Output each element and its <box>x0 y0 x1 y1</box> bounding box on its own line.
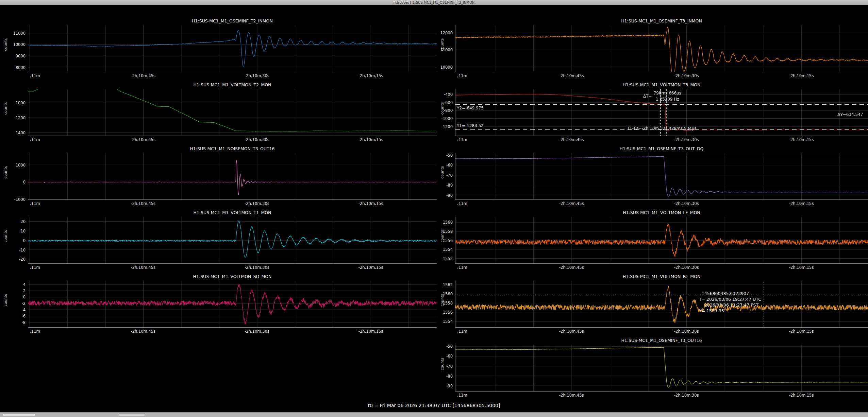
y-axis: counts 120001100010000 <box>437 25 455 72</box>
plot-canvas[interactable] <box>28 281 437 328</box>
x-tick-label: ,11m <box>30 201 40 206</box>
y-tick-labels: 110001000090008000 <box>0 25 28 72</box>
y-tick-label: 2 <box>23 289 26 293</box>
x-tick-label: -2h,10m,45s <box>559 265 584 270</box>
plot-column-right: H1:SUS-MC1_M1_OSEMINF_T3_INMON counts 12… <box>437 16 868 399</box>
plot-voltmon-t3-mon[interactable]: H1:SUS-MC1_M1_VOLTMON_T3_MON counts -400… <box>437 80 868 144</box>
y-tick-label: 1556 <box>443 310 453 315</box>
y-tick-label: -1400 <box>14 131 26 135</box>
y-axis: counts -50-60-70-80-90 <box>437 153 455 200</box>
y-axis: counts 15621560155815561554 <box>437 281 455 328</box>
plot-title: H1:SUS-MC1_M1_OSEMINF_T3_INMON <box>437 18 868 25</box>
y-tick-labels: 10000-1000 <box>0 153 28 200</box>
x-tick-label: ,11m <box>30 137 40 142</box>
trace-svg <box>28 217 437 263</box>
y-tick-label: -70 <box>446 173 453 178</box>
plot-noisemon-t3-out16[interactable]: H1:SUS-MC1_M1_NOISEMON_T3_OUT16 counts 1… <box>0 144 437 208</box>
x-tick-label: -2h,10m,30s <box>245 265 269 270</box>
y-tick-label: -800 <box>444 108 453 113</box>
trace-L4 <box>28 221 437 257</box>
window-titlebar[interactable]: ndscope: H1:SUS-MC1_M1_OSEMINF_T2_INMON <box>0 0 868 5</box>
plot-canvas[interactable] <box>28 153 437 200</box>
y-tick-label: 10 <box>20 229 26 233</box>
plot-oseminf-t3-inmon[interactable]: H1:SUS-MC1_M1_OSEMINF_T3_INMON counts 12… <box>437 16 868 80</box>
plot-voltmon-lf-mon[interactable]: H1:SUS-MC1_M1_VOLTMON_LF_MON counts 1560… <box>437 208 868 272</box>
x-tick-label: -2h,10m,15s <box>358 329 383 334</box>
x-tick-label: -2h,10m,15s <box>358 73 383 78</box>
plot-canvas[interactable]: 1456860485.6323907T= 2026/03/06 19:27:47… <box>455 281 868 328</box>
plot-title: H1:SUS-MC1_M1_VOLTMON_T3_MON <box>437 82 868 89</box>
x-axis: ,11m-2h,10m,45s-2h,10m,30s-2h,10m,15s <box>28 264 437 272</box>
y-tick-label: 20 <box>20 219 26 224</box>
y-tick-label: 1000 <box>16 163 26 168</box>
x-tick-label: -2h,10m,45s <box>559 137 584 142</box>
ndscope-window: ndscope: H1:SUS-MC1_M1_OSEMINF_T2_INMON … <box>0 0 868 417</box>
x-tick-label: -2h,10m,30s <box>674 73 699 78</box>
taskbar[interactable] <box>0 412 868 417</box>
trace-svg <box>28 281 437 327</box>
trace-R1 <box>455 27 868 72</box>
plot-oseminf-t2-inmon[interactable]: H1:SUS-MC1_M1_OSEMINF_T2_INMON counts 11… <box>0 16 437 80</box>
plot-canvas[interactable] <box>455 345 868 392</box>
y-tick-label: 1554 <box>443 319 453 324</box>
y-tick-label: -400 <box>444 92 453 97</box>
y-axis: counts 110001000090008000 <box>0 25 28 72</box>
x-axis: ,11m-2h,10m,45s-2h,10m,30s-2h,10m,15s <box>28 136 437 144</box>
y-tick-label: 10000 <box>440 65 453 70</box>
y-axis: counts 20100-10-20 <box>0 217 28 264</box>
plot-voltmon-t1-mon[interactable]: H1:SUS-MC1_M1_VOLTMON_T1_MON counts 2010… <box>0 208 437 272</box>
plot-canvas[interactable]: Y2=-649.975Y1=-1284.52ΔT=798ms,666µs1.25… <box>455 89 868 136</box>
x-tick-label: -2h,10m,30s <box>674 329 699 334</box>
trace-R2 <box>455 94 868 131</box>
x-tick-label: -2h,10m,15s <box>789 393 814 398</box>
plot-canvas[interactable] <box>28 25 437 72</box>
plot-voltmon-t2-mon[interactable]: H1:SUS-MC1_M1_VOLTMON_T2_MON counts -100… <box>0 80 437 144</box>
x-axis: ,11m-2h,10m,45s-2h,10m,30s-2h,10m,15s <box>455 72 868 80</box>
plot-canvas[interactable] <box>455 153 868 200</box>
y-tick-label: -10 <box>19 248 26 253</box>
y-tick-label: -600 <box>444 100 453 105</box>
x-axis: ,11m-2h,10m,45s-2h,10m,30s-2h,10m,15s <box>455 136 868 144</box>
y-tick-label: 1558 <box>443 229 453 234</box>
x-axis: ,11m-2h,10m,45s-2h,10m,30s-2h,10m,15s <box>28 200 437 208</box>
taskbar-item[interactable] <box>3 413 35 416</box>
plot-title: H1:SUS-MC1_M1_VOLTMON_T1_MON <box>0 210 437 217</box>
plot-title: H1:SUS-MC1_M1_VOLTMON_SD_MON <box>0 274 437 281</box>
plot-title: H1:SUS-MC1_M1_OSEMINF_T3_OUT16 <box>437 337 868 345</box>
plot-canvas[interactable] <box>28 89 437 136</box>
plot-oseminf-t3-out-dq[interactable]: H1:SUS-MC1_M1_OSEMINF_T3_OUT_DQ counts -… <box>437 144 868 208</box>
y-tick-label: -60 <box>446 354 453 359</box>
taskbar-item[interactable] <box>119 413 145 416</box>
trace-svg <box>28 25 437 72</box>
plot-canvas[interactable] <box>455 25 868 72</box>
y-tick-label: -60 <box>446 163 453 168</box>
y-tick-label: -80 <box>446 183 453 188</box>
plot-oseminf-t3-out16[interactable]: H1:SUS-MC1_M1_OSEMINF_T3_OUT16 counts -5… <box>437 335 868 399</box>
x-tick-label: ,11m <box>30 329 40 334</box>
x-tick-label: ,11m <box>30 265 40 270</box>
y-tick-label: -50 <box>446 153 453 158</box>
y-tick-label: -50 <box>446 344 453 349</box>
y-axis: counts 420-2-4-6-8 <box>0 281 28 328</box>
y-axis: counts -1000-1200-1400 <box>0 89 28 136</box>
x-tick-label: ,11m <box>457 393 467 398</box>
plot-voltmon-sd-mon[interactable]: H1:SUS-MC1_M1_VOLTMON_SD_MON counts 420-… <box>0 272 437 335</box>
y-tick-label: 11000 <box>440 48 453 52</box>
x-axis: ,11m-2h,10m,45s-2h,10m,30s-2h,10m,15s <box>28 72 437 80</box>
trace-svg <box>455 153 868 199</box>
trace-R5 <box>455 286 868 323</box>
plot-grid: H1:SUS-MC1_M1_OSEMINF_T2_INMON counts 11… <box>0 5 868 399</box>
trace-svg <box>455 217 868 263</box>
x-tick-label: -2h,10m,15s <box>358 137 383 142</box>
plot-canvas[interactable] <box>28 217 437 264</box>
plot-canvas[interactable] <box>455 217 868 264</box>
y-tick-label: 10000 <box>13 42 26 47</box>
plot-voltmon-rt-mon[interactable]: H1:SUS-MC1_M1_VOLTMON_RT_MON counts 1562… <box>437 272 868 335</box>
trace-svg <box>455 345 868 391</box>
y-tick-label: 0 <box>23 180 26 185</box>
y-axis: counts 15601558155615541552 <box>437 217 455 264</box>
x-tick-label: -2h,10m,45s <box>131 201 156 206</box>
y-tick-label: 0 <box>23 238 26 243</box>
y-tick-label: 9000 <box>16 54 26 58</box>
trace-svg <box>28 153 437 199</box>
